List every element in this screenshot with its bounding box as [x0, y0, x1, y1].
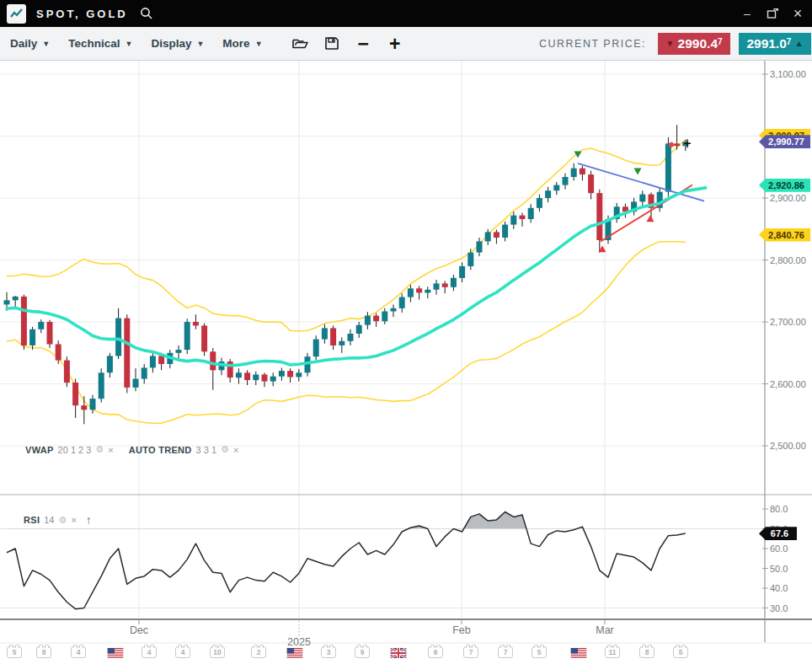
calendar-day-label: 11	[605, 646, 620, 658]
rsi-value-badge: 67.6	[759, 527, 797, 540]
menu-display-label: Display	[151, 37, 191, 50]
app-logo-icon	[7, 4, 26, 24]
calendar-event-icon[interactable]: 2	[251, 646, 266, 658]
zoom-in-button[interactable]: +	[389, 35, 400, 52]
ask-price-badge: 2991.07 ▲	[739, 33, 811, 55]
arrow-down-icon: ▼	[665, 40, 674, 48]
price-tick-label: 2,500.00	[770, 441, 806, 451]
title-bar: SPOT, GOLD – ×	[0, 0, 812, 27]
calendar-event-icon[interactable]: 8	[36, 646, 51, 658]
save-icon[interactable]	[324, 36, 339, 51]
chevron-down-icon: ▼	[42, 40, 50, 48]
rsi-legend-name: RSI	[24, 515, 40, 525]
search-icon[interactable]	[140, 7, 153, 20]
buy-signal-icon	[647, 215, 654, 222]
toolbar: Daily▼ Technical▼ Display▼ More▼ − + CUR…	[0, 27, 812, 61]
gear-icon[interactable]: ⚙	[221, 444, 229, 455]
menu-technical-label: Technical	[68, 37, 120, 50]
bid-price-badge: ▼ 2990.47	[658, 33, 730, 55]
calendar-day-label: 4	[175, 646, 190, 658]
price-tick-label: 3,100.00	[770, 69, 806, 79]
current-price-label: CURRENT PRICE:	[539, 38, 646, 50]
time-axis-label-dec: Dec	[130, 624, 148, 636]
trading-app-window: { "window": { "title": "SPOT, GOLD", "co…	[0, 0, 812, 664]
restore-window-icon[interactable]	[761, 3, 783, 24]
price-tick-label: 2,900.00	[770, 193, 806, 203]
menu-more-label: More	[222, 37, 249, 50]
price-badge-292086: 2,920.86	[759, 179, 810, 192]
close-button[interactable]: ×	[787, 3, 809, 24]
price-chart-canvas[interactable]	[0, 0, 812, 664]
menu-more[interactable]: More▼	[222, 37, 262, 50]
bollinger-bands	[7, 140, 686, 424]
calendar-day-label: 5	[7, 646, 22, 658]
economic-events-row: 584441023967751185	[0, 645, 812, 664]
calendar-event-icon[interactable]: 7	[498, 646, 513, 658]
price-tick-label: 2,800.00	[770, 255, 806, 265]
calendar-event-icon[interactable]: 6	[428, 646, 443, 658]
chevron-down-icon: ▼	[196, 40, 204, 48]
calendar-day-label: 6	[428, 646, 443, 658]
calendar-day-label: 8	[36, 646, 51, 658]
menu-timeframe[interactable]: Daily▼	[10, 37, 50, 50]
gear-icon[interactable]: ⚙	[95, 444, 104, 455]
calendar-event-icon[interactable]: 3	[321, 646, 336, 658]
rsi-tick-label: 40.0	[770, 583, 788, 593]
menu-technical[interactable]: Technical▼	[68, 37, 132, 50]
signal-dot-icon	[669, 142, 674, 147]
calendar-event-icon[interactable]: 5	[673, 646, 688, 658]
us-flag-icon[interactable]	[287, 646, 303, 661]
calendar-day-label: 9	[355, 646, 370, 658]
calendar-day-label: 7	[463, 646, 478, 658]
calendar-day-label: 8	[639, 646, 654, 658]
calendar-event-icon[interactable]: 8	[639, 646, 654, 658]
calendar-day-label: 5	[673, 646, 688, 658]
calendar-event-icon[interactable]: 4	[175, 646, 190, 658]
zoom-out-button[interactable]: −	[358, 35, 369, 52]
uk-flag-icon[interactable]	[391, 646, 407, 661]
calendar-day-label: 10	[210, 646, 225, 658]
chevron-down-icon: ▼	[255, 40, 263, 48]
calendar-event-icon[interactable]: 7	[463, 646, 478, 658]
calendar-event-icon[interactable]: 9	[355, 646, 370, 658]
menu-display[interactable]: Display▼	[151, 37, 204, 50]
rsi-tick-label: 60.0	[770, 544, 788, 554]
rsi-line	[7, 512, 686, 609]
chevron-down-icon: ▼	[125, 40, 132, 48]
calendar-day-label: 3	[321, 646, 336, 658]
calendar-day-label: 4	[71, 646, 86, 658]
us-flag-icon[interactable]	[571, 646, 587, 661]
ask-price-value: 2991.0	[746, 36, 786, 51]
indicator-legend-vwap: VWAP 20 1 2 3 ⚙ × AUTO TREND 3 3 1 ⚙ ×	[25, 444, 238, 455]
instrument-title: SPOT, GOLD	[36, 8, 128, 20]
calendar-event-icon[interactable]: 10	[210, 646, 225, 658]
close-icon[interactable]: ×	[233, 445, 238, 455]
calendar-event-icon[interactable]: 5	[7, 646, 22, 658]
open-folder-icon[interactable]	[291, 36, 309, 51]
rsi-tick-label: 50.0	[770, 564, 788, 574]
calendar-event-icon[interactable]: 4	[142, 646, 157, 658]
time-axis-label-mar: Mar	[596, 624, 614, 636]
close-icon[interactable]: ×	[71, 515, 76, 525]
price-badge-284076: 2,840.76	[759, 228, 810, 242]
calendar-day-label: 7	[498, 646, 513, 658]
indicator-legend-rsi: RSI 14 ⚙ × ↑	[24, 513, 92, 527]
us-flag-icon[interactable]	[108, 646, 124, 661]
minimize-button[interactable]: –	[736, 3, 758, 24]
price-tick-label: 2,700.00	[770, 317, 806, 327]
autotrend-legend-name: AUTO TREND	[129, 445, 192, 455]
gear-icon[interactable]: ⚙	[59, 515, 67, 526]
candlesticks	[4, 125, 689, 424]
calendar-event-icon[interactable]: 5	[532, 646, 547, 658]
vwap-legend-params: 20 1 2 3	[58, 445, 92, 455]
rsi-tick-label: 80.0	[770, 504, 788, 514]
calendar-event-icon[interactable]: 11	[605, 646, 620, 658]
arrow-up-icon: ▲	[795, 40, 804, 48]
time-axis-label-feb: Feb	[452, 624, 471, 636]
calendar-day-label: 2	[251, 646, 266, 658]
price-tick-label: 2,600.00	[770, 379, 806, 389]
close-icon[interactable]: ×	[108, 445, 113, 455]
calendar-day-label: 4	[142, 646, 157, 658]
move-pane-up-icon[interactable]: ↑	[86, 513, 92, 527]
calendar-event-icon[interactable]: 4	[71, 646, 86, 658]
